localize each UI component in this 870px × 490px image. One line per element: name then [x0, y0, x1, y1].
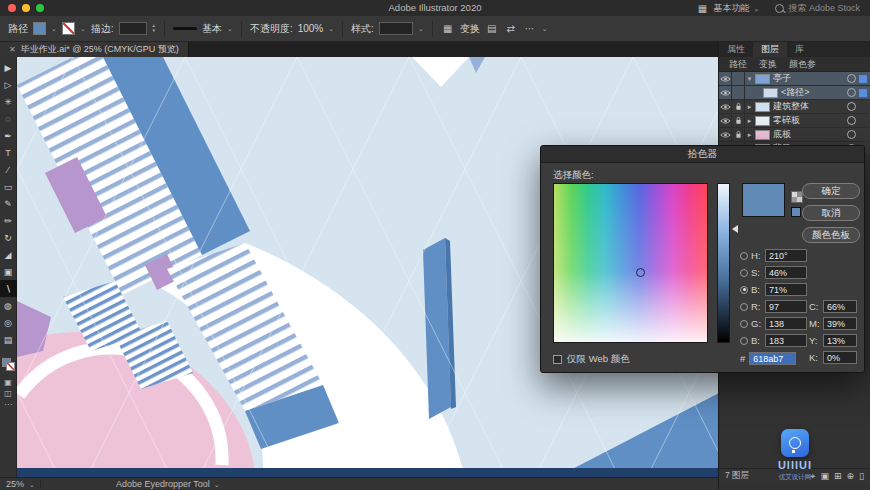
h-radio[interactable]	[740, 252, 748, 260]
visibility-toggle-icon[interactable]	[719, 114, 732, 127]
zoom-tool[interactable]: ◎	[0, 314, 17, 331]
layer-thumbnail[interactable]	[755, 116, 770, 126]
g-row[interactable]: G:138	[740, 317, 807, 330]
brush-name[interactable]: 基本	[202, 22, 222, 36]
pencil-tool[interactable]: ✏	[0, 212, 17, 229]
disclosure-icon[interactable]: ▸	[745, 103, 754, 111]
chevron-down-icon[interactable]: ⌄	[80, 25, 86, 32]
tab-properties[interactable]: 属性	[719, 42, 753, 57]
line-segment-tool[interactable]: ∕	[0, 161, 17, 178]
tab-pathfinder[interactable]: 路径	[723, 58, 753, 71]
layer-row[interactable]: ▾亭子	[719, 72, 870, 86]
b-row[interactable]: B:71%	[740, 283, 807, 296]
visibility-toggle-icon[interactable]	[719, 100, 732, 113]
chevron-down-icon[interactable]: ⌄	[227, 25, 233, 32]
tab-layers[interactable]: 图层	[753, 42, 787, 57]
target-icon[interactable]	[847, 88, 856, 97]
brightness-slider[interactable]	[717, 183, 730, 343]
paintbrush-tool[interactable]: ✎	[0, 195, 17, 212]
fill-color-swatch[interactable]	[33, 22, 46, 35]
visibility-toggle-icon[interactable]	[719, 128, 732, 141]
color-swatches-button[interactable]: 颜色色板	[802, 227, 860, 243]
selection-indicator[interactable]	[859, 75, 867, 83]
color-marker[interactable]	[636, 268, 645, 277]
swatches-icon[interactable]	[791, 191, 803, 203]
delete-layer-icon[interactable]: ▯	[859, 471, 864, 482]
s-row[interactable]: S:46%	[740, 266, 807, 279]
rotate-tool[interactable]: ↻	[0, 229, 17, 246]
layer-row[interactable]: ▸底板	[719, 128, 870, 142]
field-value-input[interactable]: 183	[765, 334, 807, 347]
stroke-color-swatch[interactable]	[62, 22, 75, 35]
workspace-switcher[interactable]: ▦ 基本功能 ⌄	[696, 1, 760, 15]
dialog-title[interactable]: 拾色器	[541, 146, 864, 163]
web-colors-checkbox-row[interactable]: 仅限 Web 颜色	[553, 353, 630, 366]
b2-radio[interactable]	[740, 337, 748, 345]
more-options-icon[interactable]: ⋯	[523, 22, 537, 36]
field-value-input[interactable]: 46%	[765, 266, 807, 279]
layer-name[interactable]: 底板	[773, 128, 847, 141]
target-icon[interactable]	[847, 74, 856, 83]
eyedropper-tool[interactable]: ∖	[0, 280, 17, 297]
close-tab-icon[interactable]: ✕	[9, 45, 16, 54]
layer-name[interactable]: <路径>	[781, 86, 847, 99]
lock-icon[interactable]	[732, 100, 745, 113]
color-spectrum-field[interactable]	[553, 183, 708, 343]
direct-selection-tool[interactable]: ▷	[0, 76, 17, 93]
s-radio[interactable]	[740, 269, 748, 277]
draw-mode-icons[interactable]: ▣◫⋯	[4, 377, 12, 410]
selection-tool[interactable]: ▶	[0, 59, 17, 76]
field-value-input[interactable]: 66%	[823, 300, 857, 313]
lasso-tool[interactable]: ◌	[0, 110, 17, 127]
field-value-input[interactable]: 13%	[823, 334, 857, 347]
new-layer-icon[interactable]: ⊕	[847, 471, 855, 482]
g-radio[interactable]	[740, 320, 748, 328]
visibility-toggle-icon[interactable]	[719, 72, 732, 85]
align-options-icon[interactable]: ▤	[485, 22, 499, 36]
style-select[interactable]	[379, 22, 413, 35]
r-radio[interactable]	[740, 303, 748, 311]
chevron-down-icon[interactable]: ⌄	[418, 25, 424, 32]
status-tool-display[interactable]: Adobe Eyedropper Tool ⌄	[116, 479, 220, 489]
magic-wand-tool[interactable]: ✳	[0, 93, 17, 110]
stepper-down-icon[interactable]: ▼	[152, 29, 156, 34]
zoom-level-select[interactable]: 25%	[6, 479, 24, 489]
layer-thumbnail[interactable]	[755, 130, 770, 140]
layer-name[interactable]: 零碎板	[773, 114, 847, 127]
disclosure-icon[interactable]: ▸	[745, 131, 754, 139]
shape-options-icon[interactable]: ▦	[441, 22, 455, 36]
scale-tool[interactable]: ◢	[0, 246, 17, 263]
k-row[interactable]: K:0%	[809, 351, 857, 364]
tab-transform[interactable]: 变换	[753, 58, 783, 71]
rectangle-tool[interactable]: ▭	[0, 178, 17, 195]
r-row[interactable]: R:97	[740, 300, 807, 313]
layer-thumbnail[interactable]	[763, 88, 778, 98]
layer-row[interactable]: <路径>	[719, 86, 870, 100]
target-icon[interactable]	[847, 130, 856, 139]
lock-icon[interactable]	[732, 128, 745, 141]
make-mask-icon[interactable]: ▣	[820, 471, 829, 482]
layer-thumbnail[interactable]	[755, 102, 770, 112]
chevron-down-icon[interactable]: ⌄	[29, 481, 35, 488]
disclosure-icon[interactable]: ▾	[745, 75, 754, 83]
document-tab[interactable]: ✕ 毕业作业.ai* @ 25% (CMYK/GPU 预览)	[0, 42, 189, 57]
field-value-input[interactable]: 210°	[765, 249, 807, 262]
stroke-weight-input[interactable]	[119, 22, 147, 35]
b-radio[interactable]	[740, 286, 748, 294]
layer-name[interactable]: 建筑整体	[773, 100, 847, 113]
h-row[interactable]: H:210°	[740, 249, 807, 262]
tab-color-guide[interactable]: 颜色参	[783, 58, 822, 71]
c-row[interactable]: C:66%	[809, 300, 857, 313]
flip-icon[interactable]: ⇄	[504, 22, 518, 36]
opacity-value[interactable]: 100%	[298, 23, 324, 34]
slider-handle[interactable]	[732, 225, 738, 233]
type-tool[interactable]: T	[0, 144, 17, 161]
hex-input[interactable]: 618ab7	[749, 352, 796, 365]
layer-thumbnail[interactable]	[755, 74, 770, 84]
b2-row[interactable]: B:183	[740, 334, 807, 347]
lock-slot[interactable]	[732, 86, 745, 99]
checkbox-icon[interactable]	[553, 355, 562, 364]
visibility-toggle-icon[interactable]	[719, 86, 732, 99]
pen-tool[interactable]: ✒	[0, 127, 17, 144]
y-row[interactable]: Y:13%	[809, 334, 857, 347]
